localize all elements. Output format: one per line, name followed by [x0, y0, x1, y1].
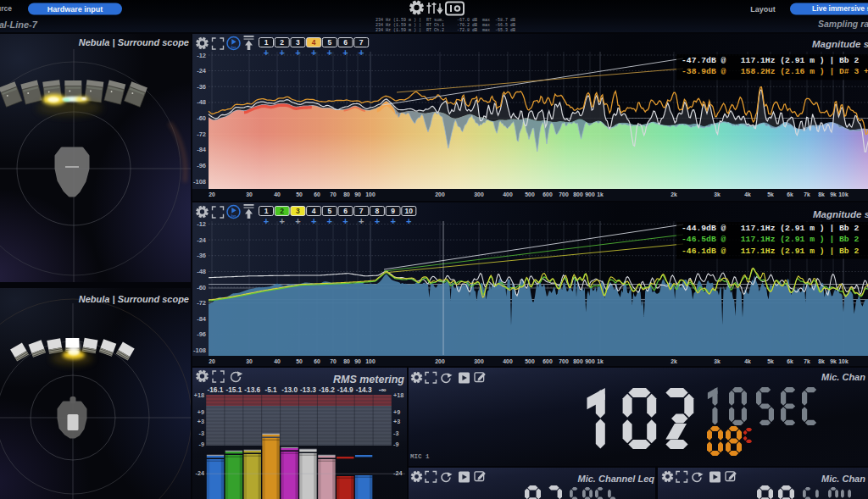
svg-text:60: 60 [314, 358, 320, 364]
svg-text:600: 600 [542, 358, 553, 364]
svg-text:10k: 10k [838, 358, 849, 364]
svg-text:50: 50 [296, 191, 303, 197]
svg-text:80: 80 [343, 358, 350, 364]
svg-text:urce: urce [0, 4, 12, 13]
svg-text:Nebula | Surround scope: Nebula | Surround scope [79, 37, 189, 47]
svg-text:live: live [231, 214, 236, 218]
svg-text:-36: -36 [197, 83, 206, 91]
svg-text:2: 2 [280, 38, 284, 47]
svg-text:900: 900 [585, 358, 595, 364]
svg-text:-9: -9 [199, 441, 204, 448]
svg-text:9k: 9k [830, 191, 837, 197]
svg-text:-24: -24 [197, 67, 207, 75]
svg-text:-84: -84 [197, 315, 207, 323]
svg-text:Mic. Chan: Mic. Chan [821, 372, 868, 382]
svg-text:+: + [359, 47, 364, 58]
svg-text:+: + [327, 47, 332, 58]
svg-text:7: 7 [359, 207, 364, 215]
svg-text:70: 70 [330, 358, 337, 364]
svg-text:-3: -3 [393, 430, 398, 437]
svg-text:500: 500 [525, 358, 535, 364]
svg-text:Hardware input: Hardware input [47, 5, 103, 14]
svg-text:RMS metering: RMS metering [333, 374, 404, 385]
svg-text:800: 800 [573, 191, 583, 197]
svg-text:100: 100 [365, 358, 376, 364]
svg-text:+: + [311, 47, 316, 58]
svg-text:-46.1dB @ 117.1Hz (2.91 m ): -46.1dB @ 117.1Hz (2.91 m ) | Bb 2 [682, 247, 859, 256]
svg-text:Nebula | Surround scope: Nebula | Surround scope [79, 294, 189, 304]
svg-text:1: 1 [264, 38, 269, 47]
svg-text:300: 300 [474, 358, 484, 364]
svg-text:6: 6 [343, 38, 348, 47]
svg-text:2k: 2k [670, 358, 677, 364]
svg-text:Live immersive sho: Live immersive sho [812, 4, 868, 13]
svg-text:-∞: -∞ [379, 385, 387, 394]
svg-text:+: + [279, 216, 284, 226]
svg-text:400: 400 [503, 191, 513, 197]
svg-text:200: 200 [435, 358, 445, 364]
svg-text:+: + [390, 216, 395, 226]
svg-text:600: 600 [542, 191, 553, 197]
svg-text:-9: -9 [393, 441, 398, 448]
svg-text:+: + [264, 216, 269, 226]
svg-text:10: 10 [405, 207, 414, 215]
svg-text:7k: 7k [804, 191, 810, 197]
svg-text:-14.3: -14.3 [356, 385, 372, 394]
svg-text:3k: 3k [714, 358, 721, 364]
svg-text:5k: 5k [767, 358, 774, 364]
svg-text:7k: 7k [804, 358, 810, 364]
svg-text:-48: -48 [197, 98, 206, 106]
svg-text:+: + [295, 216, 300, 226]
svg-text:3: 3 [296, 207, 300, 215]
svg-text:tal-Line-7: tal-Line-7 [0, 19, 38, 30]
svg-text:60: 60 [314, 191, 320, 197]
svg-text:-16.2: -16.2 [319, 385, 335, 394]
svg-text:20: 20 [209, 358, 215, 364]
svg-text:+: + [311, 216, 316, 226]
svg-text:-60: -60 [197, 114, 206, 122]
svg-text:8k: 8k [818, 191, 825, 197]
svg-text:2k: 2k [670, 191, 677, 197]
svg-text:-47.7dB @ 117.1Hz (2.91 m ): -47.7dB @ 117.1Hz (2.91 m ) | Bb 2 [682, 56, 859, 65]
svg-text:+: + [342, 216, 348, 226]
svg-text:40: 40 [274, 358, 281, 364]
svg-text:234 Hz (1.59 m ) | RT Ch.1: 234 Hz (1.59 m ) | RT Ch.1 -70.2 dB max … [376, 23, 515, 28]
svg-text:-5.1: -5.1 [264, 385, 277, 394]
svg-text:30: 30 [246, 191, 253, 197]
svg-text:-12: -12 [197, 220, 206, 228]
svg-text:-16.1: -16.1 [207, 385, 223, 394]
svg-text:Magnitude sp: Magnitude sp [813, 209, 868, 219]
svg-text:234 Hz (1.59 m ) | RT Ch.2: 234 Hz (1.59 m ) | RT Ch.2 -72.8 dB max … [376, 28, 515, 32]
svg-text:2: 2 [280, 207, 284, 215]
svg-text:4k: 4k [744, 358, 751, 364]
svg-text:-72: -72 [197, 130, 206, 138]
svg-text:3: 3 [296, 38, 300, 47]
svg-text:1k: 1k [597, 358, 604, 364]
svg-text:-24: -24 [393, 469, 402, 477]
svg-text:-13.3: -13.3 [300, 385, 316, 394]
svg-text:Magnitude sp: Magnitude sp [812, 39, 868, 49]
svg-text:8: 8 [376, 207, 380, 215]
svg-text:+18: +18 [393, 391, 403, 399]
svg-text:800: 800 [573, 358, 583, 364]
svg-text:-108: -108 [193, 347, 206, 354]
svg-text:-24: -24 [197, 236, 207, 244]
svg-text:200: 200 [435, 191, 445, 197]
svg-text:+: + [375, 216, 380, 226]
svg-text:5k: 5k [767, 191, 774, 197]
svg-text:+9: +9 [393, 408, 400, 416]
svg-text:500: 500 [525, 191, 535, 197]
svg-text:30: 30 [246, 358, 253, 364]
svg-text:5: 5 [327, 207, 331, 215]
svg-text:7: 7 [359, 38, 364, 47]
svg-text:90: 90 [354, 191, 361, 197]
svg-text:400: 400 [503, 358, 513, 364]
svg-text:20: 20 [209, 191, 215, 197]
svg-text:6: 6 [343, 207, 348, 215]
svg-text:234 Hz (1.59 m ) | RT sum.: 234 Hz (1.59 m ) | RT sum. -67.0 dB max … [376, 18, 515, 23]
svg-text:-60: -60 [197, 284, 206, 291]
svg-text:+9: +9 [198, 408, 204, 416]
svg-text:Sampling rate: Sampling rate [818, 19, 868, 29]
svg-text:50: 50 [296, 358, 303, 364]
svg-text:-36: -36 [197, 252, 206, 259]
